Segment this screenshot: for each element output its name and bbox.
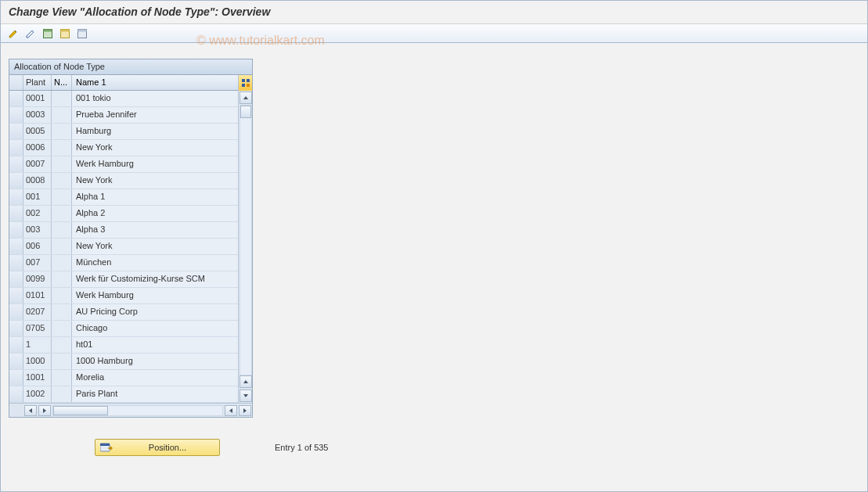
cell-plant[interactable]: 0099 [23, 271, 52, 287]
configure-columns-button[interactable] [238, 75, 252, 91]
cell-plant[interactable]: 002 [23, 206, 52, 221]
column-header-plant[interactable]: Plant [23, 75, 52, 90]
row-selector[interactable] [9, 370, 23, 386]
cell-plant[interactable]: 1002 [23, 386, 52, 402]
row-selector[interactable] [9, 222, 23, 238]
table-row[interactable]: 003Alpha 3 [9, 222, 238, 239]
cell-n[interactable] [52, 255, 72, 271]
cell-n[interactable] [52, 337, 72, 353]
deselect-all-button[interactable] [74, 27, 90, 41]
scroll-left-button[interactable] [24, 405, 37, 416]
cell-n[interactable] [52, 271, 72, 287]
table-row[interactable]: 002Alpha 2 [9, 206, 238, 222]
cell-plant[interactable]: 003 [23, 222, 52, 238]
row-selector[interactable] [9, 140, 23, 156]
row-selector[interactable] [9, 124, 23, 139]
table-row[interactable]: 0008New York [9, 173, 238, 189]
table-row[interactable]: 007München [9, 255, 238, 271]
horizontal-scroll-track[interactable] [52, 405, 223, 416]
cell-n[interactable] [52, 288, 72, 303]
cell-n[interactable] [52, 386, 72, 402]
table-row[interactable]: 0101Werk Hamburg [9, 288, 238, 304]
horizontal-scrollbar[interactable] [9, 403, 252, 417]
row-selector[interactable] [9, 271, 23, 287]
cell-plant[interactable]: 1001 [23, 370, 52, 386]
cell-plant[interactable]: 0008 [23, 173, 52, 189]
row-selector[interactable] [9, 91, 23, 106]
row-selector[interactable] [9, 107, 23, 123]
cell-n[interactable] [52, 107, 72, 123]
change-button[interactable] [23, 27, 38, 41]
cell-n[interactable] [52, 124, 72, 139]
row-selector[interactable] [9, 206, 23, 221]
cell-n[interactable] [52, 370, 72, 386]
table-row[interactable]: 1ht01 [9, 337, 238, 354]
cell-plant[interactable]: 001 [23, 189, 52, 205]
change-other-view-button[interactable] [5, 27, 21, 41]
cell-plant[interactable]: 006 [23, 239, 52, 254]
select-all-button[interactable] [40, 27, 56, 41]
table-row[interactable]: 0207AU Pricing Corp [9, 304, 238, 321]
scroll-up-button[interactable] [240, 92, 252, 104]
horizontal-scroll-thumb[interactable] [53, 406, 108, 415]
table-row[interactable]: 0705Chicago [9, 321, 238, 337]
select-all-rows-header[interactable] [9, 75, 23, 90]
cell-plant[interactable]: 0207 [23, 304, 52, 320]
position-button[interactable]: Position... [95, 439, 220, 456]
row-selector[interactable] [9, 321, 23, 336]
cell-plant[interactable]: 0705 [23, 321, 52, 336]
row-selector[interactable] [9, 255, 23, 271]
cell-n[interactable] [52, 222, 72, 238]
table-row[interactable]: 006New York [9, 239, 238, 255]
cell-plant[interactable]: 0007 [23, 156, 52, 172]
vertical-scroll-track[interactable] [240, 105, 252, 375]
cell-n[interactable] [52, 206, 72, 221]
cell-plant[interactable]: 0006 [23, 140, 52, 156]
row-selector[interactable] [9, 173, 23, 189]
table-row[interactable]: 001Alpha 1 [9, 189, 238, 206]
cell-plant[interactable]: 0001 [23, 91, 52, 106]
column-header-n[interactable]: N... [52, 75, 72, 90]
vertical-scroll-thumb[interactable] [240, 106, 251, 118]
cell-plant[interactable]: 0101 [23, 288, 52, 303]
vertical-scrollbar[interactable] [238, 91, 252, 403]
scroll-down-button[interactable] [240, 390, 252, 402]
cell-n[interactable] [52, 189, 72, 205]
cell-plant[interactable]: 0005 [23, 124, 52, 139]
table-row[interactable]: 0007Werk Hamburg [9, 156, 238, 173]
table-row[interactable]: 1002Paris Plant [9, 386, 238, 403]
table-row[interactable]: 10001000 Hamburg [9, 354, 238, 370]
table-row[interactable]: 0003Prueba Jennifer [9, 107, 238, 124]
cell-n[interactable] [52, 304, 72, 320]
cell-n[interactable] [52, 354, 72, 369]
scroll-left-fast-button[interactable] [38, 405, 51, 416]
row-selector[interactable] [9, 239, 23, 254]
row-selector[interactable] [9, 337, 23, 353]
row-selector[interactable] [9, 354, 23, 369]
cell-plant[interactable]: 0003 [23, 107, 52, 123]
row-selector[interactable] [9, 156, 23, 172]
cell-n[interactable] [52, 321, 72, 336]
cell-n[interactable] [52, 156, 72, 172]
row-selector[interactable] [9, 304, 23, 320]
column-header-name[interactable]: Name 1 [72, 75, 238, 90]
row-selector[interactable] [9, 189, 23, 205]
cell-n[interactable] [52, 173, 72, 189]
cell-plant[interactable]: 1000 [23, 354, 52, 369]
table-row[interactable]: 0001001 tokio [9, 91, 238, 107]
table-row[interactable]: 0099Werk für Customizing-Kurse SCM [9, 271, 238, 288]
cell-plant[interactable]: 007 [23, 255, 52, 271]
table-row[interactable]: 0005Hamburg [9, 124, 238, 140]
row-selector[interactable] [9, 288, 23, 303]
table-row[interactable]: 0006New York [9, 140, 238, 156]
select-block-button[interactable] [57, 27, 73, 41]
scroll-right-fast-button[interactable] [225, 405, 237, 416]
cell-n[interactable] [52, 140, 72, 156]
cell-n[interactable] [52, 91, 72, 106]
cell-n[interactable] [52, 239, 72, 254]
scroll-down-top-button[interactable] [240, 375, 252, 388]
row-selector[interactable] [9, 386, 23, 402]
scroll-right-button[interactable] [239, 405, 251, 416]
cell-plant[interactable]: 1 [23, 337, 52, 353]
table-row[interactable]: 1001Morelia [9, 370, 238, 386]
